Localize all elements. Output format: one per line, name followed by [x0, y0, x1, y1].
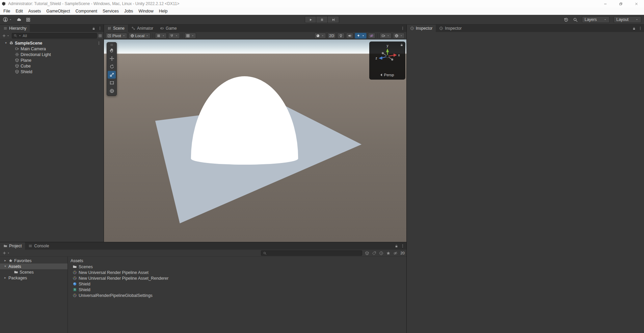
tab-game[interactable]: Game: [157, 25, 180, 32]
sidebar-row-icon: [14, 270, 18, 274]
rect-tool-button[interactable]: [108, 79, 116, 87]
hidden-packages-eye-icon[interactable]: [393, 251, 398, 255]
tab-project[interactable]: Project: [0, 242, 25, 250]
x-axis-cone[interactable]: [394, 54, 397, 57]
y-axis-cone[interactable]: [386, 49, 388, 52]
services-grid-button[interactable]: [26, 17, 31, 22]
kebab-menu-icon[interactable]: [98, 26, 102, 30]
hierarchy-options-icon[interactable]: [98, 34, 102, 38]
divider: [182, 33, 182, 38]
step-button[interactable]: [328, 16, 339, 23]
tab-animator[interactable]: Animator: [128, 25, 157, 32]
menu-item[interactable]: Component: [73, 7, 100, 15]
sidebar-assets[interactable]: Assets: [0, 263, 68, 269]
tab-inspector-2[interactable]: Inspector: [436, 25, 465, 32]
close-button[interactable]: [628, 0, 644, 7]
camera-settings-dropdown[interactable]: [380, 33, 392, 39]
account-button[interactable]: [3, 17, 12, 22]
tab-hierarchy[interactable]: Hierarchy: [0, 25, 30, 32]
hierarchy-item-main-camera[interactable]: Main Camera: [0, 46, 104, 52]
kebab-menu-icon[interactable]: [97, 41, 101, 45]
snap-increment-dropdown[interactable]: [184, 33, 196, 39]
tool-handle-position-dropdown[interactable]: Pivot: [106, 33, 127, 39]
menu-item[interactable]: Window: [136, 7, 156, 15]
sidebar-favorites[interactable]: Favorites: [0, 258, 68, 263]
asset-icon: [73, 270, 77, 275]
lock-icon[interactable]: [395, 244, 398, 248]
menu-item[interactable]: Edit: [13, 7, 26, 15]
create-asset-button[interactable]: [2, 251, 11, 255]
minimize-button[interactable]: [597, 0, 613, 7]
search-icon[interactable]: [573, 17, 578, 22]
hierarchy-item-cube[interactable]: Cube: [0, 63, 104, 69]
layout-dropdown[interactable]: Layout: [614, 16, 641, 23]
effects-dropdown[interactable]: [355, 33, 367, 39]
cloud-services-button[interactable]: [16, 17, 22, 22]
z-axis-cone[interactable]: [379, 56, 382, 60]
search-by-type-icon[interactable]: [365, 251, 369, 255]
hierarchy-item-shield[interactable]: Shield: [0, 69, 104, 75]
grid-visibility-dropdown[interactable]: [155, 33, 167, 39]
snap-settings-dropdown[interactable]: [168, 33, 180, 39]
kebab-menu-icon[interactable]: [401, 26, 405, 30]
2d-toggle[interactable]: 2D: [327, 33, 336, 39]
hierarchy-item-plane[interactable]: Plane: [0, 57, 104, 63]
drag-handle-icon[interactable]: [110, 43, 113, 47]
layers-dropdown[interactable]: Layers: [582, 16, 610, 23]
asset-item-urp-asset[interactable]: New Universal Render Pipeline Asset: [68, 270, 406, 275]
view-tool-button[interactable]: [108, 47, 116, 54]
save-search-star-icon[interactable]: [386, 251, 391, 255]
draw-mode-dropdown[interactable]: [314, 33, 326, 39]
sidebar-packages[interactable]: Packages: [0, 275, 68, 281]
hierarchy-search-field[interactable]: All: [12, 33, 97, 38]
foldout-icon[interactable]: [3, 259, 7, 262]
rotate-tool-button[interactable]: [108, 63, 116, 71]
foldout-icon[interactable]: [3, 265, 7, 268]
play-button[interactable]: [305, 16, 316, 23]
projection-toggle[interactable]: Persp: [380, 73, 394, 77]
kebab-menu-icon[interactable]: [638, 26, 642, 30]
asset-item-scenes[interactable]: Scenes: [68, 264, 406, 270]
hierarchy-item-directional-light[interactable]: Directional Light: [0, 52, 104, 57]
gizmo-lock-icon[interactable]: [400, 43, 403, 47]
audio-toggle[interactable]: [346, 33, 353, 39]
lighting-toggle[interactable]: [337, 33, 345, 39]
menu-bar: FileEditAssetsGameObjectComponentService…: [0, 7, 644, 15]
scene-viewport[interactable]: y x z Persp: [104, 39, 406, 242]
project-search-field[interactable]: [261, 250, 362, 256]
sidebar-scenes[interactable]: Scenes: [0, 269, 68, 275]
lock-icon[interactable]: [92, 27, 96, 30]
foldout-icon[interactable]: [4, 42, 8, 45]
tab-scene[interactable]: Scene: [104, 25, 128, 32]
tab-inspector-1[interactable]: Inspector: [407, 25, 436, 32]
create-add-button[interactable]: [1, 34, 10, 38]
kebab-menu-icon[interactable]: [401, 244, 405, 248]
orientation-gizmo[interactable]: y x z: [373, 44, 402, 65]
asset-item-urp-renderer[interactable]: New Universal Render Pipeline Asset_Rend…: [68, 275, 406, 281]
restore-button[interactable]: [613, 0, 628, 7]
menu-item[interactable]: Jobs: [122, 7, 136, 15]
menu-item[interactable]: Help: [156, 7, 170, 15]
scene-visibility-toggle[interactable]: [368, 33, 375, 39]
search-by-label-icon[interactable]: [372, 251, 376, 255]
info-icon[interactable]: [379, 251, 383, 255]
pause-button[interactable]: [316, 16, 328, 23]
scale-tool-button[interactable]: [108, 71, 116, 79]
tab-console[interactable]: Console: [25, 242, 52, 250]
tool-handle-rotation-dropdown[interactable]: Local: [129, 33, 151, 39]
menu-item[interactable]: Assets: [26, 7, 44, 15]
asset-item-urp-global-settings[interactable]: UniversalRenderPipelineGlobalSettings: [68, 293, 406, 298]
move-tool-button[interactable]: [108, 55, 116, 62]
menu-item[interactable]: Services: [100, 7, 122, 15]
gizmos-dropdown[interactable]: [393, 33, 405, 39]
scene-root-row[interactable]: SampleScene: [0, 40, 104, 46]
foldout-icon[interactable]: [3, 277, 7, 279]
transform-tool-button[interactable]: [108, 87, 116, 95]
asset-item-shield-shader[interactable]: Shield: [68, 287, 406, 293]
asset-item-shield-material[interactable]: Shield: [68, 281, 406, 287]
menu-item[interactable]: GameObject: [44, 7, 73, 15]
project-search-input[interactable]: [268, 251, 360, 255]
menu-item[interactable]: File: [1, 7, 13, 15]
undo-history-icon[interactable]: [564, 17, 569, 22]
lock-icon[interactable]: [632, 27, 636, 30]
